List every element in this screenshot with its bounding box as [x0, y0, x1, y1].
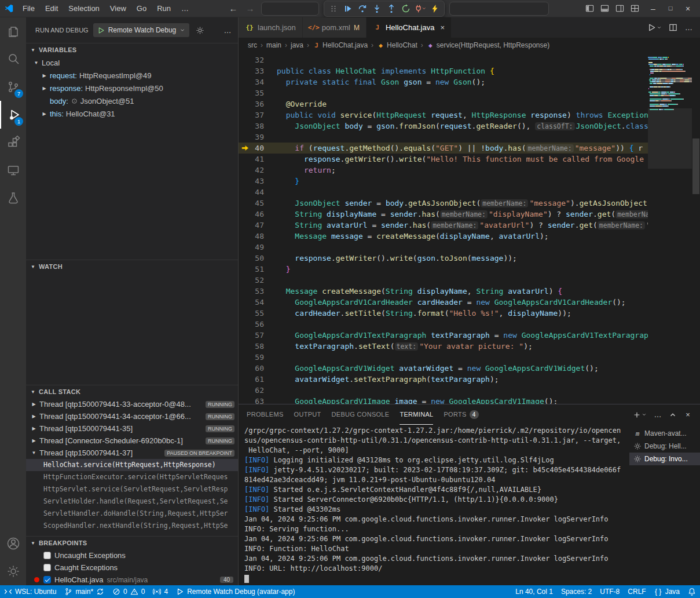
activity-run-and-debug[interactable]: 1: [0, 101, 26, 129]
gutter-line-number[interactable]: 46: [239, 209, 277, 220]
gutter-line-number[interactable]: 55: [239, 308, 277, 319]
breakpoint-row[interactable]: HelloChat.javasrc/main/java40: [26, 574, 238, 585]
watch-section-header[interactable]: ▼ WATCH: [26, 260, 238, 273]
tab-launch-json[interactable]: {}launch.json: [239, 17, 303, 38]
gutter-line-number[interactable]: 49: [239, 242, 277, 253]
status-indentation[interactable]: Spaces: 2: [557, 585, 596, 598]
hot-code-replace-button[interactable]: [428, 2, 441, 15]
gutter-line-number[interactable]: 54: [239, 297, 277, 308]
gutter-line-number[interactable]: 62: [239, 385, 277, 396]
new-terminal-button[interactable]: [633, 411, 647, 419]
stack-frame[interactable]: ServletHolder.handle(Request,ServletRequ…: [26, 495, 238, 508]
breakpoint-row[interactable]: Caught Exceptions: [26, 561, 238, 574]
panel-tab-terminal[interactable]: TERMINAL: [400, 404, 433, 425]
variables-scope[interactable]: ▼Local: [26, 56, 238, 69]
panel-close-button[interactable]: ×: [684, 411, 692, 419]
breadcrumb-item[interactable]: java: [291, 41, 303, 49]
breakpoint-checkbox[interactable]: [43, 576, 51, 584]
variable-row[interactable]: ▶this:HelloChat@31: [26, 107, 238, 120]
activity-accounts[interactable]: [0, 530, 26, 557]
step-into-button[interactable]: [371, 2, 383, 15]
status-notifications[interactable]: [684, 585, 700, 598]
customize-layout-button[interactable]: [627, 0, 642, 17]
gutter-line-number[interactable]: 42: [239, 165, 277, 176]
thread-row[interactable]: ▶Thread [Connector-Scheduler-6920b0bc-1]…: [26, 435, 238, 447]
gutter-line-number[interactable]: 44: [239, 187, 277, 198]
panel-tab-debug-console[interactable]: DEBUG CONSOLE: [332, 404, 390, 425]
gutter-line-number[interactable]: 34: [239, 76, 277, 87]
variable-row[interactable]: ▶request:HttpRequestImpl@49: [26, 69, 238, 82]
breakpoint-checkbox[interactable]: [43, 552, 51, 559]
thread-row[interactable]: ▶Thread [qtp1500079441-34-acceptor-1@66.…: [26, 410, 238, 422]
gutter-line-number[interactable]: 39: [239, 132, 277, 143]
activity-search[interactable]: [0, 45, 26, 73]
thread-row[interactable]: ▶Thread [qtp1500079441-35]RUNNING: [26, 422, 238, 435]
gutter-line-number[interactable]: 40: [239, 143, 277, 154]
gutter-line-number[interactable]: 37: [239, 110, 277, 121]
gutter-line-number[interactable]: 56: [239, 319, 277, 330]
terminal-session[interactable]: mMaven-avat...: [629, 427, 700, 440]
status-cursor-position[interactable]: Ln 40, Col 1: [511, 585, 557, 598]
activity-testing[interactable]: [0, 184, 26, 212]
toggle-primary-sidebar-button[interactable]: [582, 0, 597, 17]
minimize-button[interactable]: –: [644, 0, 662, 17]
menu-view[interactable]: View: [105, 0, 131, 17]
panel-tab-ports[interactable]: PORTS4: [444, 404, 478, 425]
status-ports[interactable]: 4: [149, 585, 172, 598]
terminal-session[interactable]: Debug: Hell...: [629, 440, 700, 453]
breadcrumb-item[interactable]: ◆HelloChat: [377, 41, 417, 49]
stack-frame[interactable]: ServletHandler.doHandle(String,Request,H…: [26, 508, 238, 520]
tab-pom-xml[interactable]: </>pom.xmlM: [303, 17, 367, 38]
gutter-line-number[interactable]: 48: [239, 231, 277, 242]
status-debug-session[interactable]: Remote Watch Debug (avatar-app): [172, 585, 299, 598]
status-language-mode[interactable]: { }Java: [650, 585, 684, 598]
panel-tab-output[interactable]: OUTPUT: [294, 404, 321, 425]
status-branch[interactable]: main*: [60, 585, 108, 598]
gutter-line-number[interactable]: 60: [239, 363, 277, 374]
editor-more-button[interactable]: …: [684, 23, 693, 32]
status-problems[interactable]: 00: [108, 585, 149, 598]
activity-source-control[interactable]: 7: [0, 73, 26, 101]
callstack-section-header[interactable]: ▼ CALL STACK: [26, 385, 238, 398]
gutter-line-number[interactable]: 45: [239, 198, 277, 209]
gutter-line-number[interactable]: 52: [239, 275, 277, 286]
gutter-line-number[interactable]: 57: [239, 330, 277, 341]
drag-handle-button[interactable]: [327, 2, 340, 15]
gutter-line-number[interactable]: 63: [239, 396, 277, 404]
split-editor-button[interactable]: [669, 23, 677, 32]
gutter-line-number[interactable]: 59: [239, 352, 277, 363]
close-window-button[interactable]: ×: [679, 0, 697, 17]
stack-frame[interactable]: HttpFunctionExecutor.service(HttpServlet…: [26, 471, 238, 483]
gutter-line-number[interactable]: 50: [239, 253, 277, 264]
activity-extensions[interactable]: [0, 129, 26, 156]
forward-icon[interactable]: →: [244, 3, 256, 13]
breadcrumb-item[interactable]: main: [266, 41, 281, 49]
variable-row[interactable]: body:JsonObject@51: [26, 94, 238, 107]
activity-remote-explorer[interactable]: [0, 156, 26, 184]
terminal-output[interactable]: /grpc/grpc-context/1.27.2/grpc-context-1…: [239, 425, 629, 585]
tab-hellochat-java[interactable]: JHelloChat.java×: [367, 17, 452, 38]
gutter-line-number[interactable]: 51: [239, 264, 277, 275]
code-area[interactable]: 3233public class HelloChat implements Ht…: [239, 53, 648, 404]
menu-run[interactable]: Run: [152, 0, 176, 17]
breakpoint-row[interactable]: Uncaught Exceptions: [26, 549, 238, 561]
start-debugging-icon[interactable]: [97, 27, 105, 34]
menu-go[interactable]: Go: [131, 0, 152, 17]
minimap[interactable]: [648, 53, 692, 404]
status-encoding[interactable]: UTF-8: [596, 585, 624, 598]
panel-tab-problems[interactable]: PROBLEMS: [247, 404, 284, 425]
launch-config-select[interactable]: Remote Watch Debug: [93, 23, 190, 37]
close-icon[interactable]: ×: [440, 23, 445, 32]
breakpoints-section-header[interactable]: ▼ BREAKPOINTS: [26, 537, 238, 549]
gutter-line-number[interactable]: 47: [239, 220, 277, 231]
breadcrumb-item[interactable]: src: [248, 41, 257, 49]
gutter-line-number[interactable]: 33: [239, 65, 277, 76]
gutter-line-number[interactable]: 58: [239, 341, 277, 352]
stack-frame[interactable]: HttpServlet.service(ServletRequest,Servl…: [26, 483, 238, 495]
restart-button[interactable]: [400, 2, 412, 15]
menu-selection[interactable]: Selection: [63, 0, 104, 17]
step-out-button[interactable]: [385, 2, 398, 15]
breadcrumb-item[interactable]: JHelloChat.java: [313, 41, 368, 49]
back-icon[interactable]: ←: [228, 3, 240, 13]
debug-views-more-button[interactable]: …: [222, 24, 233, 36]
